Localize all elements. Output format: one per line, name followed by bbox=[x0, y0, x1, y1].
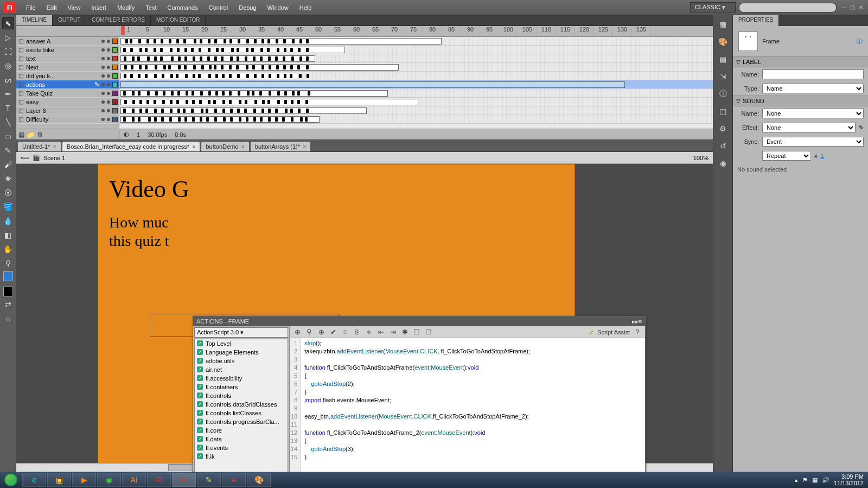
outline-swatch[interactable] bbox=[112, 91, 118, 96]
package-item[interactable]: fl.ik bbox=[195, 452, 288, 461]
clock[interactable]: 3:09 PM11/13/2012 bbox=[834, 473, 864, 486]
layer-row[interactable]: ◫did you k... bbox=[16, 72, 119, 80]
outline-swatch[interactable] bbox=[112, 73, 118, 79]
visibility-dot[interactable] bbox=[101, 57, 105, 60]
taskbar-flash1[interactable]: Fl bbox=[147, 473, 171, 487]
selection-tool[interactable]: ⬉ bbox=[2, 17, 14, 29]
code-editor[interactable]: 123456789101112131415 stop();takequizbtn… bbox=[290, 338, 645, 472]
taskbar-illustrator[interactable]: Ai bbox=[122, 473, 146, 487]
package-item[interactable]: fl.accessibility bbox=[195, 374, 288, 383]
fill-color[interactable] bbox=[3, 287, 13, 296]
frame-row[interactable] bbox=[119, 72, 713, 80]
menu-file[interactable]: File bbox=[21, 2, 41, 13]
lock-dot[interactable] bbox=[107, 109, 110, 112]
taskbar-flash2[interactable]: Fl bbox=[172, 473, 196, 487]
eraser-tool[interactable]: ◧ bbox=[2, 229, 14, 241]
layer-row[interactable]: ◫excite bike bbox=[16, 46, 119, 54]
visibility-dot[interactable] bbox=[101, 92, 105, 95]
visibility-dot[interactable] bbox=[101, 118, 105, 121]
frame-row[interactable] bbox=[119, 89, 713, 98]
add-icon[interactable]: ⊕ bbox=[293, 328, 302, 337]
back-button[interactable]: ⟸ bbox=[21, 154, 29, 161]
package-item[interactable]: fl.controls bbox=[195, 391, 288, 400]
menu-view[interactable]: View bbox=[62, 2, 86, 13]
deco-tool[interactable]: ❀ bbox=[2, 173, 14, 185]
debug-icon[interactable]: ⎆ bbox=[365, 328, 373, 337]
layer-row[interactable]: ◫text bbox=[16, 54, 119, 63]
label-type-select[interactable]: Name bbox=[762, 84, 864, 93]
bone-tool[interactable]: ⦿ bbox=[2, 187, 14, 199]
menu-help[interactable]: Help bbox=[294, 2, 317, 13]
outline-swatch[interactable] bbox=[112, 39, 118, 44]
edit-effect-icon[interactable]: ✎ bbox=[859, 124, 864, 131]
package-item[interactable]: fl.events bbox=[195, 443, 288, 452]
lock-dot[interactable] bbox=[107, 48, 110, 52]
line-tool[interactable]: ╲ bbox=[2, 116, 14, 128]
new-layer-button[interactable]: ▦ bbox=[18, 131, 24, 138]
outline-swatch[interactable] bbox=[112, 65, 118, 70]
outline-swatch[interactable] bbox=[112, 117, 118, 122]
sound-effect-select[interactable]: None bbox=[762, 123, 856, 132]
actionscript-version-select[interactable]: ActionScript 3.0 ▾ bbox=[194, 327, 288, 338]
workspace-selector[interactable]: CLASSIC ▾ bbox=[690, 2, 736, 12]
swap-colors[interactable]: ⇄ bbox=[2, 299, 14, 310]
timeline-ruler[interactable]: 1510152025303540455055606570758085909510… bbox=[119, 26, 713, 37]
taskbar-acrobat[interactable]: A bbox=[222, 473, 246, 487]
flag-icon[interactable]: ⚑ bbox=[802, 477, 808, 484]
label-name-input[interactable] bbox=[762, 69, 864, 79]
help-icon[interactable]: ? bbox=[633, 328, 642, 337]
package-item[interactable]: fl.core bbox=[195, 426, 288, 435]
zoom-display[interactable]: 100% bbox=[693, 155, 709, 161]
target-icon[interactable]: ⊕ bbox=[317, 328, 326, 337]
snap-toggle[interactable]: ∩ bbox=[2, 313, 14, 325]
layer-row[interactable]: ◫Next bbox=[16, 63, 119, 72]
auto-format-icon[interactable]: ≡ bbox=[341, 328, 349, 337]
document-tab[interactable]: buttonDemo× bbox=[201, 142, 248, 151]
outline-swatch[interactable] bbox=[112, 47, 118, 53]
check-syntax-icon[interactable]: ✔ bbox=[329, 328, 337, 337]
frame-row[interactable] bbox=[119, 98, 713, 106]
panel-tab-output[interactable]: OUTPUT bbox=[53, 15, 86, 26]
panel-tab-compiler-errors[interactable]: COMPILER ERRORS bbox=[86, 15, 151, 26]
free-transform-tool[interactable]: ⛶ bbox=[2, 46, 14, 58]
actions-dock-icon[interactable]: ◉ bbox=[717, 157, 729, 169]
taskbar-media[interactable]: ▶ bbox=[72, 473, 96, 487]
expand-block-icon[interactable]: ⇥ bbox=[388, 328, 397, 337]
panel-tab-motion-editor[interactable]: MOTION EDITOR bbox=[151, 15, 206, 26]
taskbar-explorer[interactable]: ▣ bbox=[47, 473, 71, 487]
find-icon[interactable]: ⚲ bbox=[305, 328, 314, 337]
code-hint-icon[interactable]: ⎘ bbox=[353, 328, 361, 337]
color-icon[interactable]: 🎨 bbox=[717, 36, 729, 48]
lock-dot[interactable] bbox=[107, 57, 110, 60]
onion-skin-button[interactable]: ◐ bbox=[124, 131, 129, 138]
package-item[interactable]: fl.controls.listClasses bbox=[195, 409, 288, 417]
properties-tab[interactable]: PROPERTIES bbox=[733, 15, 779, 26]
visibility-dot[interactable] bbox=[101, 48, 105, 52]
circle-info-icon[interactable]: ⓘ bbox=[857, 37, 863, 46]
uncomment-icon[interactable]: ☐ bbox=[412, 328, 421, 337]
lock-dot[interactable] bbox=[107, 83, 110, 86]
close-button[interactable]: ✕ bbox=[857, 4, 865, 11]
frame-grid[interactable] bbox=[119, 37, 713, 129]
sound-name-select[interactable]: None bbox=[762, 109, 864, 118]
taskbar-paint[interactable]: 🎨 bbox=[247, 473, 271, 487]
lock-dot[interactable] bbox=[107, 92, 110, 95]
package-item[interactable]: fl.containers bbox=[195, 383, 288, 391]
package-item[interactable]: Top Level bbox=[195, 339, 288, 348]
show-hide-icon[interactable]: ☐ bbox=[424, 328, 433, 337]
text-tool[interactable]: T bbox=[2, 102, 14, 114]
sound-section-header[interactable]: ▽ SOUND bbox=[733, 96, 868, 106]
outline-swatch[interactable] bbox=[112, 108, 118, 113]
align-icon[interactable]: ⇲ bbox=[717, 71, 729, 83]
hand-tool[interactable]: ✋ bbox=[2, 243, 14, 255]
search-input[interactable] bbox=[739, 3, 837, 12]
menu-text[interactable]: Text bbox=[140, 2, 162, 13]
visibility-dot[interactable] bbox=[101, 66, 105, 69]
frame-row[interactable] bbox=[119, 37, 713, 46]
transform-icon[interactable]: ◫ bbox=[717, 105, 729, 117]
frame-row[interactable] bbox=[119, 106, 713, 115]
actions-titlebar[interactable]: ACTIONS - FRAME ▸▸ ≡ bbox=[193, 316, 645, 326]
lock-dot[interactable] bbox=[107, 100, 110, 104]
brush-tool[interactable]: 🖌 bbox=[2, 159, 14, 170]
paint-bucket-tool[interactable]: 🪣 bbox=[2, 201, 14, 213]
